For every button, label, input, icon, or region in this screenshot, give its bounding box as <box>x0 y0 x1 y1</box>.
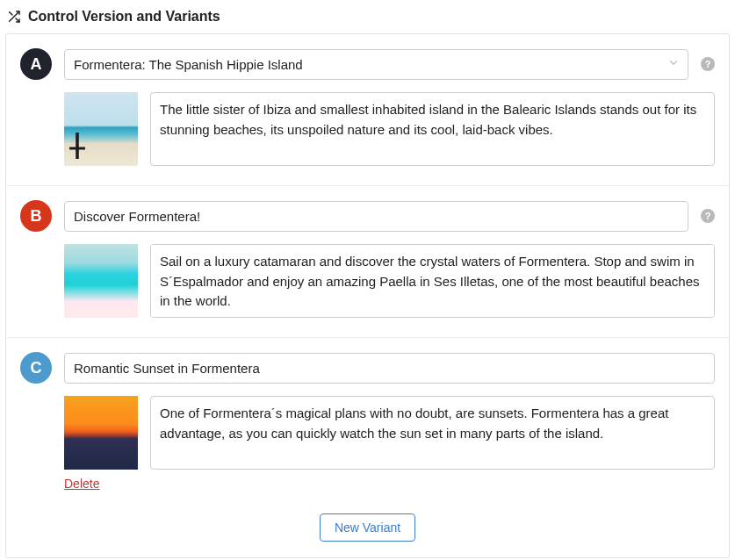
section-header: Control Version and Variants <box>5 5 730 33</box>
variant-thumbnail[interactable] <box>64 396 138 470</box>
variant-body-row: Delete <box>64 396 715 491</box>
panel-footer: New Variant <box>6 506 729 557</box>
variant-header-row: B? <box>20 200 715 232</box>
variant-title-wrap <box>64 201 688 232</box>
variant-badge: B <box>20 200 52 232</box>
variant-card: A? <box>6 34 729 182</box>
variant-thumb-column: Delete <box>64 396 138 491</box>
variant-thumb-column <box>64 92 138 166</box>
variant-title-input[interactable] <box>64 201 688 232</box>
variant-card: CDelete <box>6 337 729 506</box>
variant-description-textarea[interactable] <box>150 396 715 470</box>
variant-title-input[interactable] <box>64 353 715 384</box>
variant-thumb-column <box>64 244 138 318</box>
help-icon[interactable]: ? <box>701 57 715 71</box>
variant-card: B? <box>6 185 729 334</box>
variant-title-wrap <box>64 353 715 384</box>
variant-description-textarea[interactable] <box>150 244 715 318</box>
variant-header-row: C <box>20 352 715 384</box>
variants-panel: A?B?CDelete New Variant <box>5 33 730 558</box>
variant-badge: C <box>20 352 52 384</box>
variant-title-input[interactable] <box>64 49 688 80</box>
svg-line-2 <box>10 12 12 15</box>
variant-body-row <box>64 92 715 166</box>
new-variant-button[interactable]: New Variant <box>320 513 415 542</box>
section-title: Control Version and Variants <box>28 9 220 25</box>
variant-body-row <box>64 244 715 318</box>
variant-description-textarea[interactable] <box>150 92 715 166</box>
variant-thumbnail[interactable] <box>64 244 138 318</box>
variant-title-wrap <box>64 49 688 80</box>
delete-link[interactable]: Delete <box>64 477 99 491</box>
help-icon[interactable]: ? <box>701 209 715 223</box>
variant-header-row: A? <box>20 48 715 80</box>
variant-thumbnail[interactable] <box>64 92 138 166</box>
shuffle-icon <box>7 10 21 24</box>
variant-badge: A <box>20 48 52 80</box>
